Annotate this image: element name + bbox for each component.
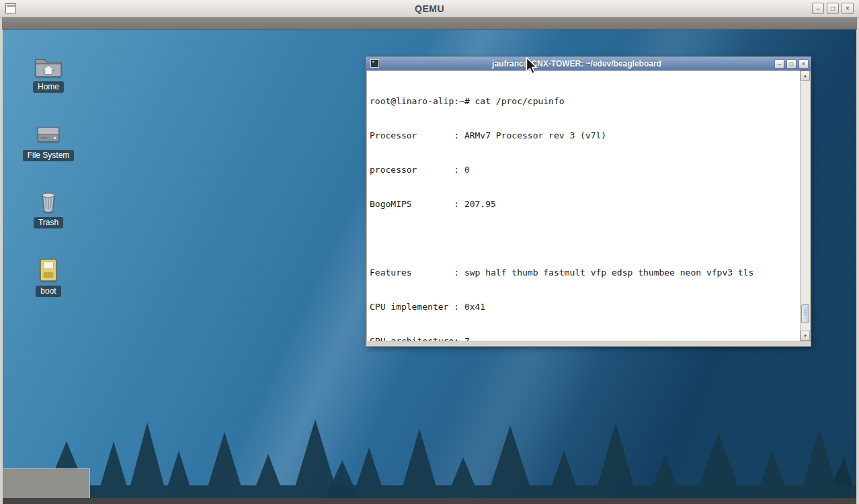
qemu-menu-band (2, 17, 857, 30)
scroll-up-button[interactable]: ▲ (801, 71, 810, 81)
desktop-icon-trash[interactable]: Trash (20, 190, 77, 228)
terminal-line: CPU architecture: 7 (370, 335, 798, 341)
terminal-close-button[interactable]: × (799, 59, 809, 69)
desktop-icon-filesystem[interactable]: File System (20, 122, 77, 161)
boot-drive-icon (34, 258, 63, 282)
terminal-line: root@linaro-alip:~# cat /proc/cpuinfo (370, 95, 798, 107)
qemu-window: QEMU – □ × (0, 0, 859, 504)
terminal-output: root@linaro-alip:~# cat /proc/cpuinfo Pr… (370, 73, 798, 341)
terminal-title: jaufranc@CNX-TOWER: ~/edev/beagleboard (381, 59, 772, 69)
desktop-panel-fragment[interactable] (3, 468, 90, 498)
desktop-icon-label: File System (23, 150, 75, 161)
scrollbar-thumb[interactable] (801, 304, 809, 323)
trees-silhouette (3, 397, 856, 498)
desktop-icon-label: boot (36, 286, 60, 297)
qemu-close-button[interactable]: × (842, 3, 854, 14)
guest-desktop: Home File System Trash (3, 30, 856, 504)
terminal-bottom-frame[interactable] (366, 341, 811, 346)
terminal-line (370, 233, 798, 244)
terminal-line: Processor : ARMv7 Processor rev 3 (v7l) (370, 130, 798, 141)
desktop-icon-label: Home (33, 81, 64, 93)
terminal-screen[interactable]: root@linaro-alip:~# cat /proc/cpuinfo Pr… (366, 71, 811, 341)
qemu-minimize-button[interactable]: – (812, 3, 824, 14)
desktop-icon-home[interactable]: Home (20, 54, 77, 93)
terminal-maximize-button[interactable]: □ (786, 59, 796, 69)
terminal-icon (370, 59, 379, 68)
qemu-window-title: QEMU (0, 3, 859, 14)
terminal-minimize-button[interactable]: – (774, 59, 784, 69)
desktop-icon-label: Trash (34, 217, 63, 228)
qemu-maximize-button[interactable]: □ (827, 3, 839, 14)
qemu-titlebar[interactable]: QEMU – □ × (0, 0, 859, 17)
filesystem-icon (34, 122, 63, 146)
terminal-line: processor : 0 (370, 164, 798, 175)
terminal-line: BogoMIPS : 207.95 (370, 198, 798, 210)
home-icon (34, 54, 63, 78)
terminal-line: Features : swp half thumb fastmult vfp e… (370, 267, 798, 278)
terminal-scrollbar[interactable]: ▲ ▼ (800, 71, 810, 341)
guest-bottom-bar (3, 498, 856, 504)
desktop-icon-boot[interactable]: boot (20, 258, 77, 297)
terminal-window: jaufranc@CNX-TOWER: ~/edev/beagleboard –… (366, 56, 811, 347)
scroll-down-button[interactable]: ▼ (801, 331, 810, 341)
terminal-line: CPU implementer : 0x41 (370, 301, 798, 312)
trash-icon (34, 190, 63, 214)
terminal-titlebar[interactable]: jaufranc@CNX-TOWER: ~/edev/beagleboard –… (366, 57, 811, 71)
